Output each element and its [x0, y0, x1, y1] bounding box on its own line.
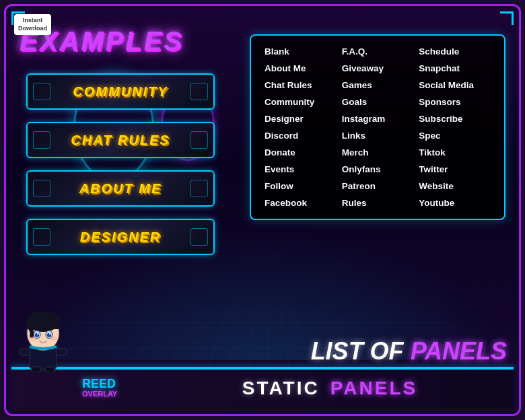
panel-item-links[interactable]: Links: [342, 131, 414, 141]
panel-item-twitter[interactable]: Twitter: [419, 164, 491, 174]
panels-label: PANELS: [411, 337, 507, 365]
static-panels-text: STATIC PANELS: [160, 378, 500, 399]
panel-item-onlyfans[interactable]: Onlyfans: [342, 164, 414, 174]
panels-grid: Blank F.A.Q. Schedule About Me Giveaway …: [265, 46, 491, 208]
panels-word: PANELS: [330, 378, 418, 399]
panel-item-tiktok[interactable]: Tiktok: [419, 147, 491, 158]
static-word: STATIC: [242, 378, 320, 399]
panel-item-patreon[interactable]: Patreon: [342, 181, 414, 191]
svg-rect-1: [20, 349, 30, 355]
panel-item-giveaway[interactable]: Giveaway: [342, 63, 414, 73]
svg-rect-15: [32, 367, 41, 372]
panel-item-faq[interactable]: F.A.Q.: [342, 46, 414, 57]
svg-point-13: [29, 337, 36, 341]
panel-item-chat-rules[interactable]: Chat Rules: [265, 80, 337, 90]
svg-rect-2: [56, 349, 67, 355]
reed-text: REED: [82, 378, 117, 390]
panel-buttons-list: COMMUNITY CHAT RULES ABOUT ME DESIGNER: [26, 73, 215, 255]
panel-item-subscribe[interactable]: Subscribe: [419, 114, 491, 124]
panel-item-merch[interactable]: Merch: [342, 147, 414, 158]
panel-item-snapchat[interactable]: Snapchat: [419, 63, 491, 73]
reed-overlay-logo: REED OVERLAY: [82, 378, 117, 398]
panel-item-events[interactable]: Events: [265, 164, 337, 174]
list-of-panels-title: LIST OF PANELS: [311, 337, 507, 365]
panel-btn-chat-rules[interactable]: CHAT RULES: [26, 122, 215, 158]
panel-item-spec[interactable]: Spec: [419, 131, 491, 141]
panel-item-follow[interactable]: Follow: [265, 181, 337, 191]
svg-point-9: [35, 333, 39, 337]
svg-point-10: [47, 333, 51, 337]
svg-point-14: [50, 337, 57, 341]
bottom-bar: REED OVERLAY STATIC PANELS: [11, 368, 514, 409]
svg-rect-16: [45, 367, 55, 372]
panel-item-instagram[interactable]: Instagram: [342, 114, 414, 124]
panel-item-schedule[interactable]: Schedule: [419, 46, 491, 57]
panel-item-community[interactable]: Community: [265, 97, 337, 107]
panel-btn-about-me-label: ABOUT ME: [79, 181, 162, 197]
panel-item-goals[interactable]: Goals: [342, 97, 414, 107]
character-svg: [13, 312, 73, 372]
panel-item-youtube[interactable]: Youtube: [419, 198, 491, 208]
panel-item-blank[interactable]: Blank: [265, 46, 337, 57]
panel-item-discord[interactable]: Discord: [265, 131, 337, 141]
corner-accent-tr: [500, 11, 514, 25]
overlay-text: OVERLAY: [82, 390, 117, 398]
list-of-label: LIST OF: [311, 337, 404, 365]
panel-item-about-me[interactable]: About Me: [265, 63, 337, 73]
panel-item-donate[interactable]: Donate: [265, 147, 337, 158]
instant-download-badge: Instant Download: [14, 14, 51, 35]
panel-btn-community-label: COMMUNITY: [73, 84, 168, 100]
panel-item-social-media[interactable]: Social Media: [419, 80, 491, 90]
panel-item-sponsors[interactable]: Sponsors: [419, 97, 491, 107]
panel-btn-chat-rules-label: CHAT RULES: [71, 133, 170, 148]
panel-item-rules[interactable]: Rules: [342, 198, 414, 208]
panel-item-designer[interactable]: Designer: [265, 114, 337, 124]
panel-btn-about-me[interactable]: ABOUT ME: [26, 170, 215, 207]
panel-btn-community[interactable]: COMMUNITY: [26, 73, 215, 110]
panel-item-games[interactable]: Games: [342, 80, 414, 90]
panel-btn-designer-label: DESIGNER: [80, 230, 161, 245]
panels-table: Blank F.A.Q. Schedule About Me Giveaway …: [250, 34, 505, 220]
character: [13, 312, 73, 372]
panel-item-website[interactable]: Website: [419, 181, 491, 191]
svg-point-12: [49, 333, 50, 335]
panel-btn-designer[interactable]: DESIGNER: [26, 219, 215, 255]
svg-point-11: [37, 333, 38, 335]
panel-item-facebook[interactable]: Facebook: [265, 198, 337, 208]
